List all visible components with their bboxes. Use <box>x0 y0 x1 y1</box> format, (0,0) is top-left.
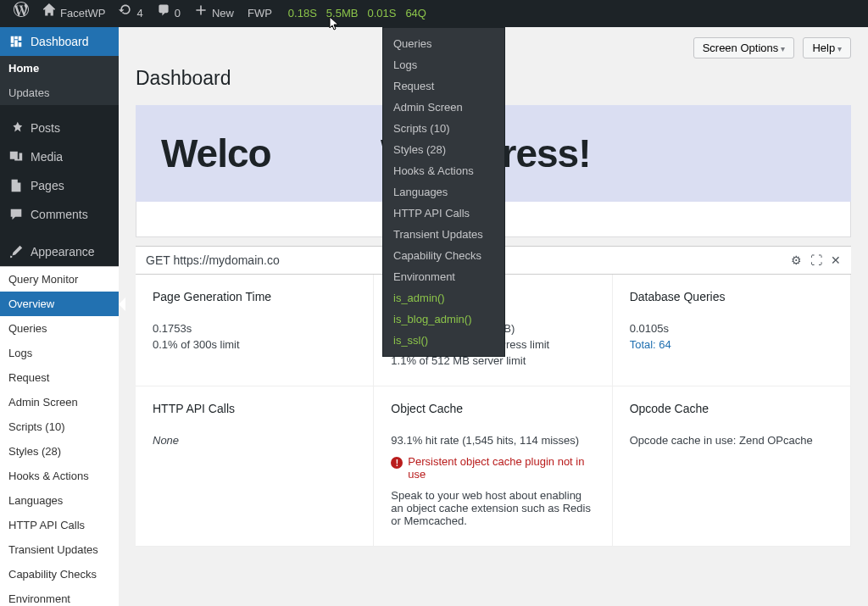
query-monitor-stats[interactable]: 0.18S 5.5MB 0.01S 64Q <box>279 0 436 27</box>
new-content-link[interactable]: New <box>187 0 241 27</box>
expand-icon[interactable]: ⛶ <box>810 253 822 267</box>
qm-sidebar-scripts[interactable]: Scripts (10) <box>0 414 119 439</box>
cell-opcode-cache: Opcode Cache Opcode cache in use: Zend O… <box>613 386 851 547</box>
updates-count: 4 <box>136 0 142 27</box>
dd-logs[interactable]: Logs <box>383 54 504 75</box>
qm-memory: 5.5MB <box>326 0 359 27</box>
pin-icon <box>8 120 24 136</box>
qm-db-time: 0.01S <box>367 0 396 27</box>
menu-dashboard-label: Dashboard <box>31 35 89 48</box>
dd-languages[interactable]: Languages <box>383 181 504 203</box>
qm-sidebar-environment[interactable]: Environment <box>0 587 119 606</box>
qm-sidebar-queries[interactable]: Queries <box>0 316 119 341</box>
dd-queries[interactable]: Queries <box>383 33 504 54</box>
submenu-home[interactable]: Home <box>0 56 119 81</box>
dd-is-admin[interactable]: is_admin() <box>383 287 504 309</box>
qm-sidebar-hooks[interactable]: Hooks & Actions <box>0 464 119 488</box>
qm-sidebar-capability[interactable]: Capability Checks <box>0 562 119 587</box>
qm-dropdown-menu: Queries Logs Request Admin Screen Script… <box>382 27 505 357</box>
qm-sidebar-overview[interactable]: Overview <box>0 292 119 316</box>
pages-icon <box>8 178 24 193</box>
brush-icon <box>8 244 24 259</box>
dd-is-ssl[interactable]: is_ssl() <box>383 330 504 351</box>
comment-icon <box>157 0 170 27</box>
help-button[interactable]: Help <box>803 37 851 58</box>
dd-admin-screen[interactable]: Admin Screen <box>383 97 504 118</box>
qm-sidebar-transients[interactable]: Transient Updates <box>0 537 119 562</box>
cell-object-cache: Object Cache 93.1% hit rate (1,545 hits,… <box>374 386 612 547</box>
dd-http[interactable]: HTTP API Calls <box>383 203 504 224</box>
site-title: FacetWP <box>60 0 105 27</box>
home-icon <box>42 0 56 27</box>
new-label: New <box>212 0 234 27</box>
site-name[interactable]: FacetWP <box>36 0 112 27</box>
qm-query-count: 64Q <box>405 0 426 27</box>
menu-dashboard[interactable]: Dashboard <box>0 27 119 56</box>
cell-http-api: HTTP API Calls None <box>136 386 374 547</box>
wordpress-icon <box>14 0 29 27</box>
fwp-link[interactable]: FWP <box>241 0 279 27</box>
close-icon[interactable]: ✕ <box>831 253 841 267</box>
qm-sidebar-request[interactable]: Request <box>0 365 119 390</box>
gear-icon[interactable]: ⚙ <box>791 253 802 267</box>
menu-posts[interactable]: Posts <box>0 114 119 142</box>
cell-database-queries: Database Queries 0.0105s Total: 64 <box>613 275 851 386</box>
comments-icon <box>8 207 24 222</box>
cache-warning: ! Persistent object cache plugin not in … <box>391 455 594 481</box>
media-icon <box>8 149 24 164</box>
updates-link[interactable]: 4 <box>112 0 149 27</box>
menu-appearance[interactable]: Appearance <box>0 237 119 266</box>
dd-styles[interactable]: Styles (28) <box>383 139 504 160</box>
main-content: Screen Options Help Dashboard Welcome to… <box>119 27 868 606</box>
qm-sidebar-languages[interactable]: Languages <box>0 488 119 513</box>
wp-logo[interactable] <box>7 0 36 27</box>
admin-bar: FacetWP 4 0 New FWP 0.18S 5.5MB 0.01S 64… <box>0 0 868 27</box>
dd-capability[interactable]: Capability Checks <box>383 245 504 266</box>
qm-sidebar-http[interactable]: HTTP API Calls <box>0 513 119 537</box>
warning-icon: ! <box>391 457 403 469</box>
plus-icon <box>194 0 208 27</box>
menu-media[interactable]: Media <box>0 142 119 171</box>
qm-sidebar: Query Monitor Overview Queries Logs Requ… <box>0 266 119 606</box>
screen-options-button[interactable]: Screen Options <box>693 37 794 58</box>
dashboard-icon <box>8 34 24 49</box>
qm-sidebar-styles[interactable]: Styles (28) <box>0 439 119 464</box>
dd-is-blog-admin[interactable]: is_blog_admin() <box>383 309 504 330</box>
qm-sidebar-title[interactable]: Query Monitor <box>0 267 119 292</box>
qm-sidebar-logs[interactable]: Logs <box>0 341 119 365</box>
qm-sidebar-admin-screen[interactable]: Admin Screen <box>0 390 119 414</box>
dd-request[interactable]: Request <box>383 75 504 97</box>
qm-time: 0.18S <box>288 0 317 27</box>
menu-comments[interactable]: Comments <box>0 200 119 229</box>
comments-link[interactable]: 0 <box>150 0 187 27</box>
comments-count: 0 <box>175 0 181 27</box>
admin-sidebar: Dashboard Home Updates Posts Media Pages… <box>0 27 119 606</box>
dd-hooks[interactable]: Hooks & Actions <box>383 160 504 181</box>
cell-page-generation: Page Generation Time 0.1753s 0.1% of 300… <box>136 275 374 386</box>
dd-environment[interactable]: Environment <box>383 266 504 287</box>
total-queries-link[interactable]: Total: 64 <box>630 338 671 351</box>
dd-scripts[interactable]: Scripts (10) <box>383 118 504 139</box>
update-icon <box>119 0 132 27</box>
menu-pages[interactable]: Pages <box>0 171 119 200</box>
submenu-updates[interactable]: Updates <box>0 81 119 105</box>
dd-transients[interactable]: Transient Updates <box>383 224 504 245</box>
